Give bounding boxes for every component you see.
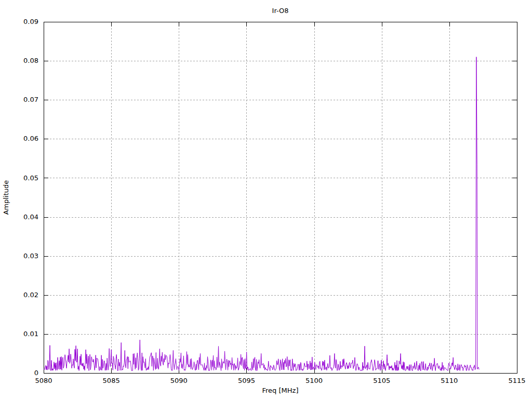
x-tick-label: 5110 [441, 377, 458, 384]
y-tick-label: 0.01 [23, 330, 38, 338]
y-tick-label: 0.03 [23, 252, 38, 260]
x-tick-label: 5090 [170, 377, 188, 384]
x-tick-label: 5095 [238, 377, 255, 384]
y-tick-label: 0.07 [23, 96, 38, 103]
spectrum-figure: Ir-O8 Amplitude Freq [MHz] 5080508550905… [0, 0, 532, 399]
x-tick-label: 5100 [305, 377, 323, 384]
y-tick-label: 0 [34, 369, 38, 377]
y-tick-label: 0.04 [23, 213, 38, 221]
y-tick-label: 0.06 [23, 135, 38, 142]
chart-title: Ir-O8 [44, 7, 517, 15]
x-tick-label: 5105 [373, 377, 390, 384]
x-axis-label: Freq [MHz] [44, 387, 517, 394]
y-tick-label: 0.05 [23, 174, 38, 182]
plot-border [44, 22, 517, 374]
x-tick-label: 5080 [35, 377, 52, 384]
x-tick-label: 5115 [508, 377, 525, 384]
y-axis-label: Amplitude [2, 180, 10, 215]
plot-canvas: 5080508550905095510051055110511500.010.0… [0, 0, 532, 399]
y-tick-label: 0.02 [23, 291, 38, 299]
y-tick-label: 0.08 [23, 57, 38, 64]
spectrum-trace [44, 57, 479, 371]
x-tick-label: 5085 [103, 377, 120, 384]
y-tick-label: 0.09 [23, 18, 38, 25]
